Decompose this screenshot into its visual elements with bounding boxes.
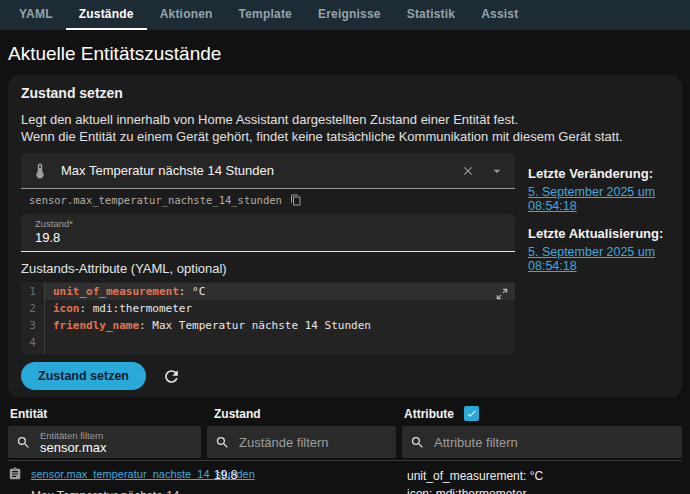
attribute-filter-input[interactable] bbox=[434, 435, 674, 450]
state-info-column: Letzte Veränderung: 5. September 2025 um… bbox=[515, 153, 676, 390]
line-number: 4 bbox=[21, 334, 44, 351]
card-description: Legt den aktuell innerhalb von Home Assi… bbox=[21, 111, 676, 145]
set-state-button[interactable]: Zustand setzen bbox=[21, 362, 146, 390]
clear-icon[interactable] bbox=[461, 164, 475, 178]
tab-zustaende[interactable]: Zustände bbox=[66, 0, 147, 30]
thermometer-icon bbox=[31, 162, 49, 180]
attribute-line: icon: mdi:thermometer bbox=[407, 485, 682, 494]
last-changed-label: Letzte Veränderung: bbox=[528, 166, 676, 181]
yaml-key: friendly_name bbox=[53, 319, 139, 332]
last-changed-link[interactable]: 5. September 2025 um 08:54:18 bbox=[528, 185, 676, 213]
clipboard-icon[interactable] bbox=[8, 467, 22, 481]
entity-picker-value: Max Temperatur nächste 14 Stunden bbox=[61, 163, 461, 178]
tab-aktionen[interactable]: Aktionen bbox=[147, 0, 226, 30]
column-header-entity: Entität bbox=[8, 404, 201, 426]
attributes-header-label: Attribute bbox=[404, 407, 454, 421]
state-cell: 19.8 bbox=[207, 467, 396, 494]
table-header-row: Entität Zustand Attribute bbox=[8, 404, 682, 426]
line-number: 3 bbox=[21, 317, 44, 334]
page-title: Aktuelle Entitätszustände bbox=[8, 43, 682, 65]
table-row: sensor.max_temperatur_nachste_14_stunden… bbox=[8, 460, 682, 494]
editor-gutter: 1 2 3 4 bbox=[21, 282, 45, 354]
yaml-editor[interactable]: 1 2 3 4 unit_of_measurement: °C icon: md… bbox=[21, 282, 515, 354]
column-header-attributes: Attribute bbox=[402, 404, 682, 426]
tab-bar: YAML Zustände Aktionen Template Ereignis… bbox=[0, 0, 690, 30]
entity-friendly-name: Max Temperatur nächste 14 Stunden bbox=[31, 489, 201, 494]
state-input[interactable]: Zustand* 19.8 bbox=[21, 214, 515, 252]
attribute-line: unit_of_measurement: °C bbox=[407, 467, 682, 485]
column-header-state: Zustand bbox=[207, 404, 396, 426]
tab-ereignisse[interactable]: Ereignisse bbox=[305, 0, 394, 30]
check-icon bbox=[466, 408, 477, 419]
entity-picker[interactable]: Max Temperatur nächste 14 Stunden bbox=[21, 153, 515, 189]
attributes-cell: unit_of_measurement: °C icon: mdi:thermo… bbox=[402, 467, 682, 494]
state-input-value: 19.8 bbox=[35, 230, 501, 245]
table-filter-row: Entitäten filtern sensor.max bbox=[8, 426, 682, 458]
entities-table: Entität Zustand Attribute Entitäten filt… bbox=[8, 404, 682, 494]
attribute-filter-box bbox=[402, 426, 682, 458]
refresh-icon[interactable] bbox=[162, 367, 181, 386]
search-icon bbox=[16, 435, 31, 450]
line-number: 1 bbox=[21, 283, 44, 300]
yaml-line: icon: mdi:thermometer bbox=[45, 300, 515, 317]
description-line-2: Wenn die Entität zu einem Gerät gehört, … bbox=[21, 128, 676, 145]
tab-statistik[interactable]: Statistik bbox=[394, 0, 468, 30]
editor-code: unit_of_measurement: °C icon: mdi:thermo… bbox=[45, 282, 515, 354]
button-row: Zustand setzen bbox=[21, 362, 515, 390]
entity-filter-input[interactable]: Entitäten filtern sensor.max bbox=[8, 426, 201, 458]
yaml-key: unit_of_measurement bbox=[53, 285, 179, 298]
dropdown-icon[interactable] bbox=[489, 163, 505, 179]
search-icon bbox=[215, 435, 230, 450]
entity-id-text: sensor.max_temperatur_nachste_14_stunden bbox=[29, 194, 282, 206]
search-icon bbox=[410, 435, 425, 450]
yaml-value: : Max Temperatur nächste 14 Stunden bbox=[139, 319, 371, 332]
entity-cell: sensor.max_temperatur_nachste_14_stunden… bbox=[8, 467, 201, 494]
copy-icon[interactable] bbox=[290, 194, 302, 206]
entity-filter-value: sensor.max bbox=[40, 441, 106, 454]
last-updated-block: Letzte Aktualisierung: 5. September 2025… bbox=[528, 226, 676, 274]
yaml-line: friendly_name: Max Temperatur nächste 14… bbox=[45, 317, 515, 334]
last-updated-label: Letzte Aktualisierung: bbox=[528, 226, 676, 241]
description-line-1: Legt den aktuell innerhalb von Home Assi… bbox=[21, 111, 676, 128]
tab-assist[interactable]: Assist bbox=[468, 0, 531, 30]
yaml-key: icon bbox=[53, 302, 80, 315]
last-changed-block: Letzte Veränderung: 5. September 2025 um… bbox=[528, 166, 676, 214]
expand-icon[interactable] bbox=[493, 285, 511, 308]
state-filter-input[interactable] bbox=[239, 435, 388, 450]
attributes-label: Zustands-Attribute (YAML, optional) bbox=[21, 261, 515, 276]
tab-template[interactable]: Template bbox=[226, 0, 305, 30]
set-state-card: Zustand setzen Legt den aktuell innerhal… bbox=[8, 75, 682, 398]
line-number: 2 bbox=[21, 300, 44, 317]
state-input-label: Zustand* bbox=[35, 218, 501, 229]
card-title: Zustand setzen bbox=[21, 85, 676, 101]
tab-yaml[interactable]: YAML bbox=[6, 0, 66, 30]
state-filter-box bbox=[207, 426, 396, 458]
yaml-line: unit_of_measurement: °C bbox=[45, 283, 515, 300]
yaml-value: : °C bbox=[179, 285, 206, 298]
last-updated-link[interactable]: 5. September 2025 um 08:54:18 bbox=[528, 245, 676, 273]
attributes-visible-checkbox[interactable] bbox=[464, 406, 479, 421]
entity-id-row: sensor.max_temperatur_nachste_14_stunden bbox=[21, 189, 515, 211]
yaml-value: : mdi:thermometer bbox=[80, 302, 193, 315]
